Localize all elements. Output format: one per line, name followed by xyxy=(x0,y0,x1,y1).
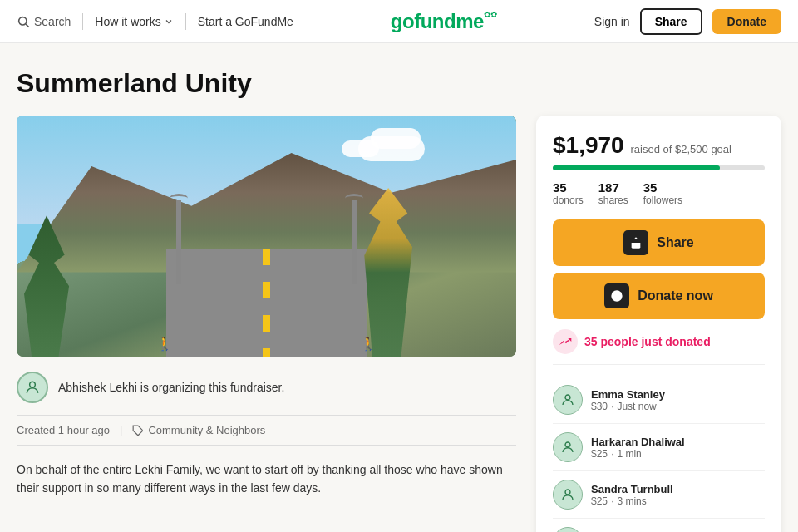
donor-item-1: Harkaran Dhaliwal $25 · 1 min xyxy=(553,424,765,471)
goal-text: raised of $2,500 goal xyxy=(631,143,732,155)
donor-avatar-2 xyxy=(553,480,583,510)
nav-donate-button[interactable]: Donate xyxy=(712,9,781,34)
share-button[interactable]: Share xyxy=(553,219,765,266)
nav-share-button[interactable]: Share xyxy=(640,8,702,35)
search-label: Search xyxy=(34,15,71,28)
organizer-section: Abhishek Lekhi is organizing this fundra… xyxy=(17,372,516,403)
nav-divider-2 xyxy=(185,13,186,30)
campaign-image: 🚶 🚶 xyxy=(17,116,516,357)
donor-item-2: Sandra Turnbull $25 · 3 mins xyxy=(553,471,765,519)
donor-avatar-0 xyxy=(553,385,583,415)
donate-now-button[interactable]: Donate now xyxy=(553,273,765,319)
donor-info-2: Sandra Turnbull $25 · 3 mins xyxy=(591,483,765,507)
amount-raised: $1,970 xyxy=(553,132,624,158)
svg-point-7 xyxy=(565,442,570,447)
description-para1: On behalf of the entire Lekhi Family, we… xyxy=(17,461,516,498)
share-icon xyxy=(629,236,643,249)
organizer-avatar xyxy=(17,372,48,403)
donor-info-0: Emma Stanley $30 · Just now xyxy=(591,388,765,412)
progress-bar-fill xyxy=(553,165,720,170)
donor-item-0: Emma Stanley $30 · Just now xyxy=(553,377,765,424)
navbar: Search How it works Start a GoFundMe gof… xyxy=(0,0,798,43)
donor-item-3: Brigitte Engelman $40 · 7 mins xyxy=(553,519,765,532)
gofundme-logo[interactable]: gofundme ✿✿ xyxy=(391,10,497,33)
fundraiser-card: $1,970 raised of $2,500 goal 35 donors 1… xyxy=(536,116,781,532)
donors-stat: 35 donors xyxy=(553,180,584,206)
donor-info-1: Harkaran Dhaliwal $25 · 1 min xyxy=(591,436,765,460)
svg-point-8 xyxy=(565,490,570,495)
donor-avatar-3 xyxy=(553,527,583,532)
shares-stat: 187 shares xyxy=(598,180,628,206)
share-icon-box xyxy=(623,230,648,255)
donor-list: Emma Stanley $30 · Just now xyxy=(553,377,765,532)
nav-divider-1 xyxy=(82,13,83,30)
stats-row: 35 donors 187 shares 35 followers xyxy=(553,180,765,206)
chevron-down-icon xyxy=(164,17,174,27)
donate-icon xyxy=(610,289,623,303)
svg-point-6 xyxy=(565,395,570,400)
page-title: Summerland Unity xyxy=(17,68,781,99)
description-section: On behalf of the entire Lekhi Family, we… xyxy=(17,461,516,498)
left-column: 🚶 🚶 Abhishek Lekhi is organizing this fu… xyxy=(17,116,516,498)
how-it-works-link[interactable]: How it works xyxy=(95,15,173,28)
donate-icon-box xyxy=(604,283,629,308)
followers-stat: 35 followers xyxy=(643,180,682,206)
amount-section: $1,970 raised of $2,500 goal xyxy=(553,132,765,159)
svg-point-0 xyxy=(19,17,27,24)
start-gofundme-link[interactable]: Start a GoFundMe xyxy=(198,15,293,28)
search-button[interactable]: Search xyxy=(17,15,71,28)
right-column: $1,970 raised of $2,500 goal 35 donors 1… xyxy=(536,116,781,532)
organizer-text: Abhishek Lekhi is organizing this fundra… xyxy=(58,381,284,394)
category-tag: Community & Neighbors xyxy=(132,424,265,436)
trending-icon xyxy=(553,329,578,354)
svg-point-5 xyxy=(611,290,622,301)
tag-icon xyxy=(132,425,144,436)
progress-bar-bg xyxy=(553,165,765,170)
created-time: Created 1 hour ago xyxy=(17,424,110,436)
search-icon xyxy=(17,15,30,28)
trending-section: 35 people just donated xyxy=(553,329,765,365)
meta-row: Created 1 hour ago | Community & Neighbo… xyxy=(17,415,516,446)
svg-line-1 xyxy=(26,24,29,27)
signin-button[interactable]: Sign in xyxy=(594,15,630,28)
trending-text: 35 people just donated xyxy=(584,335,711,348)
donor-avatar-1 xyxy=(553,432,583,462)
logo-area: gofundme ✿✿ xyxy=(293,10,594,33)
